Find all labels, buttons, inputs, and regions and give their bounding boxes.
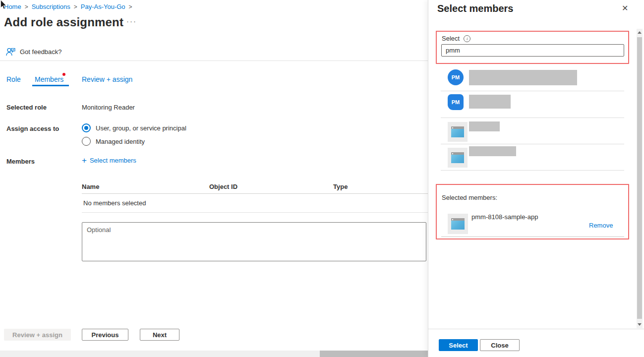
breadcrumb: Home>Subscriptions>Pay-As-You-Go> (4, 3, 136, 10)
horizontal-scrollbar[interactable] (0, 351, 428, 357)
selected-members-label: Selected members: (442, 194, 497, 201)
radio-managed-identity[interactable]: Managed identity (82, 137, 145, 146)
divider (441, 91, 624, 91)
suggestion-redacted-name[interactable] (469, 70, 577, 85)
mouse-cursor-icon (0, 0, 7, 10)
scrollbar-up-arrow-icon[interactable] (637, 29, 643, 36)
radio-unselected-icon (82, 137, 91, 146)
suggestion-redacted-name[interactable] (469, 121, 500, 131)
divider (441, 237, 624, 237)
suggestion-app-icon[interactable] (448, 122, 468, 142)
select-field-label: Select (442, 35, 460, 42)
close-icon[interactable]: ✕ (622, 4, 628, 12)
breadcrumb-separator: > (129, 3, 132, 10)
suggestion-avatar-user[interactable]: PM (448, 69, 464, 85)
vertical-scrollbar[interactable] (637, 29, 643, 328)
breadcrumb-subscriptions-link[interactable]: Subscriptions (32, 3, 70, 10)
members-tab-unsaved-badge (62, 73, 65, 76)
selected-role-label: Selected role (6, 104, 47, 111)
breadcrumb-separator: > (74, 3, 77, 10)
selected-member-app-icon (448, 214, 468, 234)
member-search-input[interactable] (441, 44, 624, 57)
application-window-icon (451, 218, 465, 230)
select-members-link-label: Select members (90, 157, 136, 164)
review-assign-button-disabled[interactable]: Review + assign (4, 329, 71, 341)
plus-icon: + (82, 156, 87, 165)
suggestion-redacted-name[interactable] (469, 146, 516, 156)
column-header-type: Type (333, 183, 428, 190)
radio-user-group-service-principal[interactable]: User, group, or service principal (82, 123, 186, 132)
select-members-panel: Select members ✕ Select i PM PM Selected… (428, 0, 644, 357)
tab-review-assign[interactable]: Review + assign (82, 75, 132, 83)
add-role-assignment-page: Home>Subscriptions>Pay-As-You-Go> Add ro… (0, 0, 428, 357)
remove-member-link[interactable]: Remove (589, 222, 613, 229)
more-options-icon[interactable]: ··· (126, 17, 137, 25)
select-members-link[interactable]: + Select members (82, 156, 136, 165)
divider (441, 170, 624, 171)
panel-select-button[interactable]: Select (439, 339, 478, 351)
feedback-person-icon (6, 48, 15, 56)
previous-button[interactable]: Previous (82, 329, 128, 341)
table-empty-row: No members selected (82, 194, 428, 213)
radio-label: Managed identity (96, 138, 145, 145)
selected-member-name: pmm-8108-sample-app (471, 213, 538, 221)
application-window-icon (451, 126, 464, 137)
column-header-name: Name (82, 183, 209, 190)
table-header-row: Name Object ID Type (82, 180, 428, 194)
divider (441, 144, 624, 144)
assign-access-to-label: Assign access to (6, 125, 59, 132)
suggestion-app-icon[interactable] (448, 148, 468, 168)
scrollbar-down-arrow-icon[interactable] (637, 321, 643, 328)
description-textarea[interactable] (82, 222, 426, 261)
radio-selected-icon (82, 123, 91, 132)
suggestion-redacted-name[interactable] (469, 95, 511, 109)
got-feedback-label: Got feedback? (20, 48, 62, 56)
page-title: Add role assignment (4, 15, 123, 29)
breadcrumb-separator: > (25, 3, 28, 10)
active-tab-underline (32, 85, 69, 86)
breadcrumb-payasyougo-link[interactable]: Pay-As-You-Go (81, 3, 125, 10)
selected-role-value: Monitoring Reader (82, 104, 135, 111)
next-button[interactable]: Next (140, 329, 179, 341)
info-icon[interactable]: i (464, 35, 470, 42)
radio-label: User, group, or service principal (96, 124, 186, 132)
vertical-scrollbar-thumb[interactable] (637, 37, 642, 319)
panel-footer-divider (428, 329, 644, 329)
horizontal-scrollbar-thumb[interactable] (320, 351, 428, 357)
column-header-object-id: Object ID (209, 183, 333, 190)
panel-close-button[interactable]: Close (480, 339, 520, 351)
divider (441, 118, 624, 118)
divider (0, 60, 428, 61)
select-field-label-row: Select i (442, 35, 470, 42)
avatar-initials: PM (452, 99, 460, 105)
members-label: Members (6, 158, 35, 165)
tab-members[interactable]: Members (35, 75, 63, 83)
panel-title: Select members (437, 3, 513, 14)
suggestion-avatar-user[interactable]: PM (448, 94, 464, 110)
members-table: Name Object ID Type No members selected (82, 180, 428, 213)
tab-role[interactable]: Role (6, 75, 21, 83)
avatar-initials: PM (452, 74, 460, 80)
application-window-icon (451, 152, 464, 163)
got-feedback-button[interactable]: Got feedback? (6, 48, 62, 56)
no-members-selected-text: No members selected (83, 199, 146, 207)
